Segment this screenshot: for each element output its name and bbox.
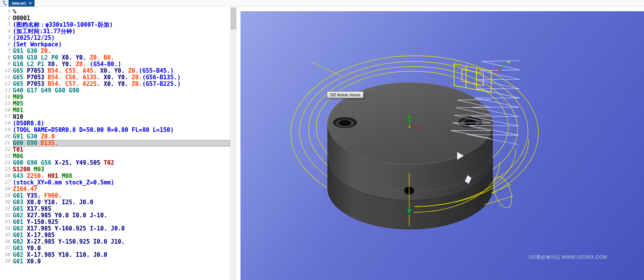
code-line[interactable]: 3(图档名称：φ330x150-1000T-卧加) (0, 22, 230, 28)
code-token-gcode: G02 (13, 225, 27, 232)
code-line[interactable]: 33G01 Y-150.925 (0, 219, 230, 225)
code-token-comment: (Set Workpace) (13, 41, 62, 48)
code-token-zfb: Z0. (132, 80, 142, 87)
code-text: T01 (13, 147, 230, 153)
code-token-mcode: M03 (34, 166, 44, 173)
code-text: (加工时间:31.77分钟) (13, 28, 230, 35)
view-triad[interactable] (494, 61, 510, 73)
code-token-xy: X27.985 Y0.0 I0.0 J-10. (27, 212, 107, 219)
code-token-gcode: G02 (13, 238, 27, 245)
code-line[interactable]: 30G03 X0.0 Y10. I25. J0.0 (0, 199, 230, 206)
code-text: M05 (13, 101, 230, 107)
editor-scrollbar[interactable] (230, 7, 237, 280)
panel-divider (237, 7, 240, 280)
line-number: 26 (0, 173, 13, 179)
code-line[interactable]: 15M05 (0, 101, 230, 107)
code-line[interactable]: 5(2025/12/25) (0, 35, 230, 41)
line-number: 33 (0, 219, 13, 225)
code-line[interactable]: 25S1200 M03 (0, 166, 230, 173)
code-line[interactable]: 31G01 X17.985 (0, 206, 230, 212)
nc-file-icon: T (1, 0, 7, 6)
line-number: 8 (0, 55, 13, 61)
code-line[interactable]: 35G01 X-17.985 (0, 232, 230, 239)
code-line[interactable]: 8G90 G10 L2 P0 X0. Y0. Z0. B0. (0, 55, 230, 61)
code-token-gcode: G65 (13, 67, 27, 74)
code-line[interactable]: 34G02 X17.985 Y-160.925 I-10. J0.0 (0, 225, 230, 232)
code-token-comment: (G55-B45.) (139, 67, 173, 74)
code-token-zfb: Z0. B0. (90, 54, 114, 61)
code-token-xy: X0. Y0. (100, 67, 128, 74)
code-line[interactable]: 11G65 P7053 B54. C56. A135. X0. Y0. Z0.(… (0, 74, 230, 81)
line-number: 30 (0, 199, 13, 206)
code-token-gcode: G01 (13, 205, 27, 212)
code-token-gcode: G43 (13, 172, 27, 179)
code-line[interactable]: 4(加工时间:31.77分钟) (0, 28, 230, 35)
code-token-xy: X0. Y0. (48, 61, 76, 68)
code-line[interactable]: 32G02 X27.985 Y0.0 I0.0 J-10. (0, 212, 230, 219)
code-line[interactable]: 13G40 G17 G49 G80 G90 (0, 87, 230, 94)
code-line[interactable]: 21G00 G90 B135. (0, 140, 230, 147)
line-number: 32 (0, 212, 13, 219)
code-text: G01 X0.0 (13, 258, 230, 265)
code-line[interactable]: 19(TOOL NAME=D50R0.8 D=50.00 R=0.80 FL=8… (0, 127, 230, 133)
code-line[interactable]: 27(stock_XY=0.mm stock_Z=0.5mm) (0, 179, 230, 186)
code-token-zfb: Z250. (27, 172, 48, 179)
code-text: G65 P7053 B54. C56. A135. X0. Y0. Z0.(G5… (13, 74, 230, 81)
line-number: 19 (0, 127, 13, 133)
code-line[interactable]: 16M01 (0, 107, 230, 114)
code-line[interactable]: 36G02 X-27.985 Y-150.925 I0.0 J10. (0, 239, 230, 245)
code-line[interactable]: 10G65 P7053 B54. C55. A45. X0. Y0. Z0.(G… (0, 68, 230, 74)
scrollbar-thumb[interactable] (231, 8, 236, 29)
code-token-comment: (TOOL NAME=D50R0.8 D=50.00 R=0.80 FL=80 … (13, 126, 173, 133)
code-line[interactable]: 28Z164.47 (0, 186, 230, 193)
code-line[interactable]: 38G02 X-17.985 Y10. I10. J0.0 (0, 252, 230, 258)
code-token-tool: H01 (48, 172, 62, 179)
code-line[interactable]: 23M06 (0, 153, 230, 160)
line-number: 22 (0, 147, 13, 153)
code-token-xy: P7053 (27, 74, 48, 81)
code-line[interactable]: 14M09 (0, 94, 230, 101)
code-token-tool: T01 (13, 146, 23, 153)
code-line[interactable]: 29G01 Y35. F960. (0, 193, 230, 199)
code-line[interactable]: 24G00 G90 G56 X-25. Y49.505 T02 (0, 160, 230, 166)
code-line[interactable]: 9G10 L2 P1 X0. Y0. Z0. (G54-B0.) (0, 61, 230, 68)
code-line[interactable]: 20G91 G30 Z0.0 (0, 133, 230, 140)
code-text: G00 G90 B135. (13, 140, 230, 147)
code-token-zfb: F960. (44, 192, 62, 199)
code-text: (D50R0.8) (13, 120, 230, 127)
line-number: 38 (0, 252, 13, 258)
code-line[interactable]: 6(Set Workpace) (0, 41, 230, 48)
code-line[interactable]: 37G01 Y0.0 (0, 245, 230, 252)
code-editor[interactable]: 1%2O00013(图档名称：φ330x150-1000T-卧加)4(加工时间:… (0, 7, 230, 280)
code-text: G65 P7053 B54. C55. A45. X0. Y0. Z0.(G55… (13, 68, 230, 74)
workpiece[interactable] (328, 83, 493, 229)
line-number: 27 (0, 179, 13, 186)
code-line[interactable]: 12G65 P7053 B54. C57. A225. X0. Y0. Z0.(… (0, 81, 230, 87)
tab-3500nc[interactable]: 3500.NC × (9, 0, 34, 7)
code-token-gcode: G00 G90 (13, 140, 41, 147)
tab-close-icon[interactable]: × (29, 1, 32, 5)
code-line[interactable]: 18(D50R0.8) (0, 120, 230, 127)
line-number: 36 (0, 239, 13, 245)
code-token-gcode: G65 (13, 74, 27, 81)
code-line[interactable]: 22T01 (0, 147, 230, 153)
line-number: 34 (0, 225, 13, 232)
line-number: 5 (0, 35, 13, 41)
code-text: M09 (13, 94, 230, 101)
code-token-mcode: M06 (13, 153, 23, 160)
viewport-3d[interactable]: 5D linear move UG爱好者论坛 WWW.UGSNX.COM (240, 11, 644, 280)
code-line[interactable]: 39G01 X0.0 (0, 258, 230, 265)
code-token-zfb: B135. (41, 140, 58, 147)
code-text: G40 G17 G49 G80 G90 (13, 87, 230, 94)
code-token-zfb: Z0. (41, 48, 51, 55)
code-line[interactable]: 26G43 Z250. H01 M08 (0, 173, 230, 179)
code-line[interactable]: 17N10 (0, 114, 230, 120)
line-number: 23 (0, 153, 13, 160)
code-line[interactable]: 1% (0, 9, 230, 15)
line-number: 7 (0, 48, 13, 55)
code-line[interactable]: 7G91 G30 Z0. (0, 48, 230, 55)
code-text: G01 Y35. F960. (13, 193, 230, 199)
line-number: 25 (0, 166, 13, 173)
code-line[interactable]: 2O0001 (0, 15, 230, 22)
code-token-comment: (图档名称：φ330x150-1000T-卧加) (13, 21, 113, 28)
